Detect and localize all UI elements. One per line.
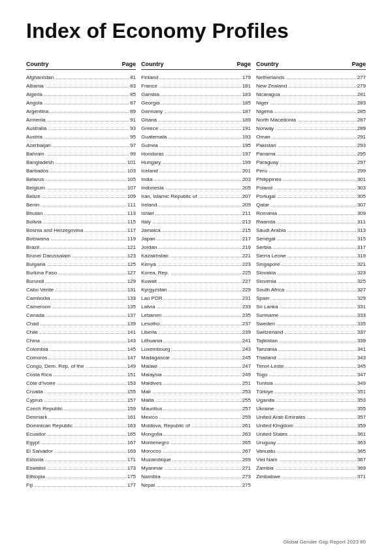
entry-country-name: Burkina Faso [26,270,126,276]
entry-country-name: Malta [141,397,241,403]
entry-country-name: Lao PDR [141,295,241,301]
entry-country-name: Mongolia [141,431,241,437]
entry-page-number: 227 [241,278,251,284]
entry-page-number: 295 [356,151,366,157]
entry-country-name: Thailand [256,355,356,361]
entry-country-name: Poland [256,185,356,191]
list-item: Lithuania241 [141,336,251,344]
list-item: Guatemala193 [141,132,251,140]
list-item: Congo, Dem. Rep. of the149 [26,361,136,369]
list-item: Saudi Arabia313 [256,225,366,233]
list-item: Norway289 [256,123,366,131]
entry-country-name: Norway [256,125,356,131]
list-item: Panama295 [256,149,366,157]
list-item: Kenya223 [141,259,251,267]
list-item: Mongolia263 [141,429,251,437]
entry-country-name: Ecuador [26,431,126,437]
entry-country-name: Malawi [141,363,241,369]
entry-page-number: 261 [241,423,251,429]
entry-country-name: Albania [26,83,129,89]
list-item: Angola87 [26,98,136,106]
list-item: Guinea195 [141,140,251,148]
entry-page-number: 285 [356,108,366,114]
entry-country-name: Colombia [26,346,126,352]
entry-country-name: Peru [256,168,356,174]
list-item: Philippines301 [256,174,366,182]
entry-page-number: 369 [356,465,366,471]
entry-country-name: Korea, Rep. [141,270,241,276]
entry-page-number: 269 [241,457,251,463]
list-item: Suriname333 [256,310,366,318]
entry-country-name: Algeria [26,91,129,97]
list-item: Dominican Republic163 [26,421,136,429]
entry-country-name: Belize [26,193,126,199]
list-item: North Macedonia287 [256,115,366,123]
entry-country-name: Georgia [141,100,241,106]
entry-country-name: Belarus [26,176,126,182]
entry-country-name: United States [256,431,356,437]
entry-page-number: 361 [356,431,366,437]
entry-page-number: 209 [241,202,251,208]
entry-country-name: New Zealand [256,83,356,89]
entry-country-name: Singapore [256,261,356,267]
entry-page-number: 307 [356,202,366,208]
entry-page-number: 105 [126,176,136,182]
list-item: Spain329 [256,293,366,301]
entry-country-name: Liberia [141,329,241,335]
entry-page-number: 291 [356,134,366,140]
entry-country-name: North Macedonia [256,117,356,123]
entry-page-number: 243 [241,346,251,352]
list-item: Malawi247 [141,361,251,369]
entry-page-number: 339 [356,338,366,344]
entry-country-name: Bolivia [26,219,126,225]
entry-page-number: 95 [129,134,136,140]
list-item: Slovenia325 [256,276,366,284]
list-item: Indonesia205 [141,183,251,191]
entry-country-name: Indonesia [141,185,241,191]
list-item: Nigeria285 [256,106,366,114]
entry-country-name: Switzerland [256,329,356,335]
list-item: Ecuador165 [26,429,136,437]
entry-country-name: Austria [26,134,129,140]
entry-country-name: Panama [256,151,356,157]
entry-country-name: Viet Nam [256,457,356,463]
entry-page-number: 155 [126,389,136,395]
entry-page-number: 329 [356,295,366,301]
entry-country-name: Tunisia [256,380,356,386]
entry-country-name: Burundi [26,278,126,284]
entry-country-name: Brazil [26,244,126,250]
list-item: Jamaica215 [141,225,251,233]
entry-country-name: Oman [256,134,356,140]
entry-page-number: 317 [356,244,366,250]
entry-page-number: 279 [356,83,366,89]
entry-country-name: China [26,338,126,344]
entry-country-name: Nigeria [256,108,356,114]
list-item: Albania83 [26,81,136,89]
list-item: Niger283 [256,98,366,106]
list-item: Mozambique269 [141,455,251,463]
list-item: Fiji177 [26,480,136,488]
list-item: Israel211 [141,208,251,216]
entry-page-number: 157 [126,397,136,403]
list-item: United Arab Emirates357 [256,412,366,420]
list-item: Morocco267 [141,446,251,454]
entry-country-name: Chile [26,329,126,335]
entry-page-number: 281 [356,91,366,97]
entry-page-number: 189 [241,117,251,123]
list-item: Comoros147 [26,353,136,361]
entry-country-name: Kuwait [141,278,241,284]
entry-country-name: Barbados [26,168,126,174]
list-item: Chad139 [26,319,136,327]
entry-page-number: 159 [126,406,136,412]
entry-country-name: Belgium [26,185,126,191]
list-item: Latvia233 [141,302,251,310]
entry-page-number: 141 [126,329,136,335]
entry-country-name: Lesotho [141,321,241,327]
entry-country-name: Benin [26,202,126,208]
entry-page-number: 179 [241,74,251,80]
entry-page-number: 301 [356,176,366,182]
entry-country-name: Czech Republic [26,406,126,412]
entry-country-name: Luxembourg [141,346,241,352]
entry-country-name: Comoros [26,355,126,361]
list-item: Rwanda311 [256,217,366,225]
